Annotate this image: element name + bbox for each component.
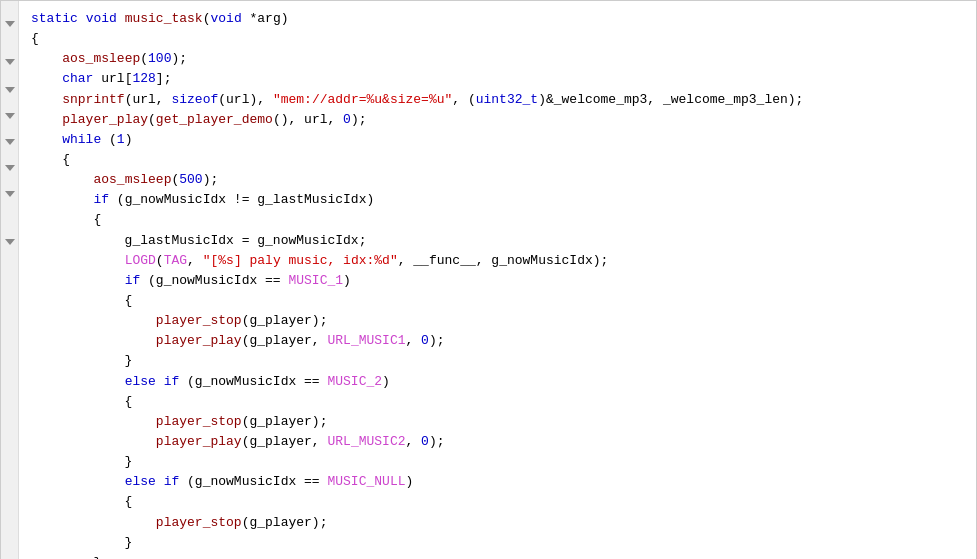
gutter-arrow-5[interactable]: [5, 139, 15, 145]
line-24: else if (g_nowMusicIdx == MUSIC_NULL): [31, 472, 968, 492]
line-8: {: [31, 150, 968, 170]
code-editor: static void music_task(void *arg) { aos_…: [0, 0, 977, 559]
line-17: player_play(g_player, URL_MUSIC1, 0);: [31, 331, 968, 351]
gutter-arrow-2[interactable]: [5, 59, 15, 65]
line-1: static void music_task(void *arg): [31, 9, 968, 29]
line-2: {: [31, 29, 968, 49]
gutter-arrow-8[interactable]: [5, 239, 15, 245]
line-7: while (1): [31, 130, 968, 150]
line-6: player_play(get_player_demo(), url, 0);: [31, 110, 968, 130]
line-22: player_play(g_player, URL_MUSIC2, 0);: [31, 432, 968, 452]
gutter-arrow-7[interactable]: [5, 191, 15, 197]
line-14: if (g_nowMusicIdx == MUSIC_1): [31, 271, 968, 291]
line-23: }: [31, 452, 968, 472]
line-25: {: [31, 492, 968, 512]
line-28: }: [31, 553, 968, 559]
line-12: g_lastMusicIdx = g_nowMusicIdx;: [31, 231, 968, 251]
gutter-arrow-1[interactable]: [5, 21, 15, 27]
line-4: char url[128];: [31, 69, 968, 89]
line-10: if (g_nowMusicIdx != g_lastMusicIdx): [31, 190, 968, 210]
line-3: aos_msleep(100);: [31, 49, 968, 69]
line-27: }: [31, 533, 968, 553]
line-16: player_stop(g_player);: [31, 311, 968, 331]
line-9: aos_msleep(500);: [31, 170, 968, 190]
line-21: player_stop(g_player);: [31, 412, 968, 432]
line-26: player_stop(g_player);: [31, 513, 968, 533]
line-13: LOGD(TAG, "[%s] paly music, idx:%d", __f…: [31, 251, 968, 271]
line-15: {: [31, 291, 968, 311]
gutter-arrow-4[interactable]: [5, 113, 15, 119]
gutter: [1, 1, 19, 559]
line-20: {: [31, 392, 968, 412]
gutter-arrow-3[interactable]: [5, 87, 15, 93]
code-content: static void music_task(void *arg) { aos_…: [23, 9, 976, 559]
line-18: }: [31, 351, 968, 371]
line-11: {: [31, 210, 968, 230]
line-5: snprintf(url, sizeof(url), "mem://addr=%…: [31, 90, 968, 110]
line-19: else if (g_nowMusicIdx == MUSIC_2): [31, 372, 968, 392]
gutter-arrow-6[interactable]: [5, 165, 15, 171]
